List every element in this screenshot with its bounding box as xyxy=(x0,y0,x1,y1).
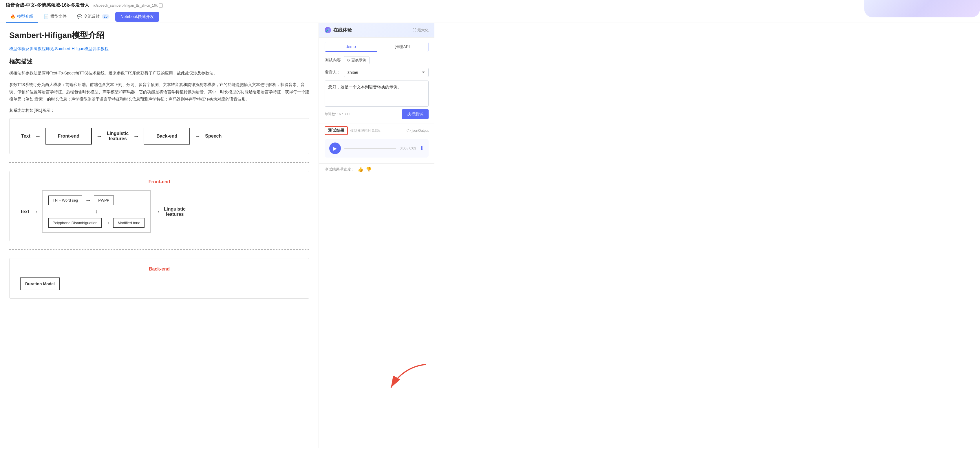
diagram2-text-label: Text xyxy=(20,209,29,215)
duration-model-box: Duration Model xyxy=(20,278,60,290)
chat-icon: 💬 xyxy=(77,14,82,19)
tn-wordseg-box: TN + Word seg xyxy=(48,196,83,205)
copy-icon[interactable] xyxy=(159,3,163,8)
modified-tone-box: Modified tone xyxy=(113,218,145,228)
d2-arrow4: → xyxy=(154,208,160,215)
d2-linguistic-label: Linguistic xyxy=(164,207,186,212)
nav-tabs: 🔥 模型介绍 📄 模型文件 💬 交流反馈 25 Notebook快速开发 xyxy=(0,11,980,23)
demo-api-tabs: demo 推理API xyxy=(325,42,429,52)
example-btn[interactable]: ↻ 更换示例 xyxy=(344,56,369,64)
text-input[interactable]: 您好，这是一个文本到语音转换的示例。 xyxy=(325,81,429,106)
main-title: Sambert-Hifigan模型介绍 xyxy=(9,30,309,41)
backend-title: Back-end xyxy=(20,267,299,272)
diagram2-inner: TN + Word seg → PWPP ↓ Polyphone Disambi… xyxy=(42,190,151,233)
paragraph2: 参数TTS系统可分为两大模块：前端和后端。前端包含文本正则、分词、多音字预测、文… xyxy=(9,81,309,103)
maximize-btn[interactable]: ⛶ 最大化 xyxy=(412,27,429,33)
intro-text: 模型体验及训练教程详见:Sambert-Hifigan模型训练教程 xyxy=(9,46,309,52)
top-header: 语音合成-中文-多情感领域-16k-多发音人 iic/speech_samber… xyxy=(0,0,980,11)
notebook-btn[interactable]: Notebook快速开发 xyxy=(115,12,159,22)
panel-icon: 🧪 xyxy=(325,27,331,33)
d2-arrow2: → xyxy=(85,197,91,203)
pwpp-box: PWPP xyxy=(94,196,113,205)
main-layout: Sambert-Hifigan模型介绍 模型体验及训练教程详见:Sambert-… xyxy=(0,23,980,448)
speaker-label: 发音人： xyxy=(325,70,341,75)
paragraph1: 拼接法和参数法是两种Text-To-Speech(TTS)技术路线。近来参数TT… xyxy=(9,70,309,77)
panel-title: 🧪 在线体验 xyxy=(325,27,352,33)
linguistic-label: Linguistic xyxy=(107,131,129,136)
d2-arrow1: → xyxy=(33,208,38,215)
run-btn[interactable]: 执行测试 xyxy=(402,109,429,119)
test-section: 测试内容 ↻ 更换示例 发音人： zhibei zhiyan zhiqi zhi… xyxy=(319,52,434,123)
left-content: Sambert-Hifigan模型介绍 模型体验及训练教程详见:Sambert-… xyxy=(0,23,318,448)
time-display: 0:00 / 0:03 xyxy=(399,146,416,150)
results-section: 测试结果 模型推理耗时 3.35s </> jsonOutput ▶ 0:00 … xyxy=(319,123,434,163)
d2-features-label: features xyxy=(164,212,186,217)
polyphone-box: Polyphone Disambiguation xyxy=(48,218,102,228)
tab-model-files[interactable]: 📄 模型文件 xyxy=(39,11,71,22)
text-area-footer: 单词数: 16 / 300 执行测试 xyxy=(325,109,429,119)
diagram2: Front-end Text → TN + Word seg → PWPP ↓ … xyxy=(9,171,309,241)
arrow4: → xyxy=(195,133,200,140)
tab-feedback[interactable]: 💬 交流反馈 25 xyxy=(72,11,114,22)
code-icon: </> xyxy=(406,129,410,133)
tab-api[interactable]: 推理API xyxy=(377,42,429,52)
results-header: 测试结果 模型推理耗时 3.35s </> jsonOutput xyxy=(325,126,429,135)
intro-link[interactable]: 模型体验及训练教程详见:Sambert-Hifigan模型训练教程 xyxy=(9,46,108,51)
feedback-section: 测试结果满意度： 👍 👎 xyxy=(319,163,434,175)
d2-arrow3: → xyxy=(105,219,110,226)
section1-title: 框架描述 xyxy=(9,58,309,65)
json-output-btn[interactable]: </> jsonOutput xyxy=(406,129,429,133)
header-path: iic/speech_sambert-hifigan_tts_zh-cn_16k xyxy=(93,3,163,8)
arrow3: → xyxy=(133,133,139,140)
paragraph3: 其系统结构如[图1]所示： xyxy=(9,107,309,114)
tab-demo[interactable]: demo xyxy=(325,42,377,52)
features-label: features xyxy=(107,136,129,141)
red-arrow-overlay xyxy=(374,361,431,396)
play-icon: ▶ xyxy=(333,146,337,151)
backend-box: Back-end xyxy=(144,128,190,145)
diagram1: Text → Front-end → Linguistic features →… xyxy=(9,118,309,154)
arrow2: → xyxy=(96,133,102,140)
diagram1-text-label: Text xyxy=(21,134,30,139)
fire-icon: 🔥 xyxy=(10,14,15,19)
page-title: 语音合成-中文-多情感领域-16k-多发音人 xyxy=(6,2,89,8)
play-btn[interactable]: ▶ xyxy=(329,143,341,154)
inference-time: 模型推理耗时 3.35s xyxy=(350,128,380,133)
tab-model-intro[interactable]: 🔥 模型介绍 xyxy=(6,11,38,22)
file-icon: 📄 xyxy=(44,14,49,19)
right-panel: 🧪 在线体验 ⛶ 最大化 demo 推理API 测试内容 ↻ 更换示例 xyxy=(318,23,434,448)
down-arrow: ↓ xyxy=(48,208,145,215)
results-label: 测试结果 xyxy=(325,126,348,135)
feedback-icons: 👍 👎 xyxy=(358,167,372,172)
test-content-label: 测试内容 xyxy=(325,58,341,63)
dashed-divider2 xyxy=(9,250,309,250)
thumbs-down-btn[interactable]: 👎 xyxy=(366,167,372,172)
progress-bar[interactable] xyxy=(344,148,396,149)
speaker-row: 发音人： zhibei zhiyan zhiqi zhimi xyxy=(325,68,429,77)
thumbs-up-btn[interactable]: 👍 xyxy=(358,167,363,172)
feedback-badge: 25 xyxy=(102,14,110,19)
download-btn[interactable]: ⬇ xyxy=(420,145,424,151)
dashed-divider xyxy=(9,162,309,163)
frontend-title: Front-end xyxy=(20,179,299,184)
maximize-icon: ⛶ xyxy=(412,28,416,32)
feedback-label: 测试结果满意度： xyxy=(325,167,355,172)
refresh-icon: ↻ xyxy=(347,58,350,62)
arrow1: → xyxy=(35,133,41,140)
frontend-box: Front-end xyxy=(46,128,92,145)
speech-label: Speech xyxy=(205,134,221,139)
diagram3: Back-end Duration Model xyxy=(9,258,309,299)
speaker-select[interactable]: zhibei zhiyan zhiqi zhimi xyxy=(344,68,429,77)
word-count: 单词数: 16 / 300 xyxy=(325,112,350,117)
test-content-row: 测试内容 ↻ 更换示例 xyxy=(325,56,429,64)
panel-header: 🧪 在线体验 ⛶ 最大化 xyxy=(319,23,434,38)
audio-player: ▶ 0:00 / 0:03 ⬇ xyxy=(325,139,429,157)
